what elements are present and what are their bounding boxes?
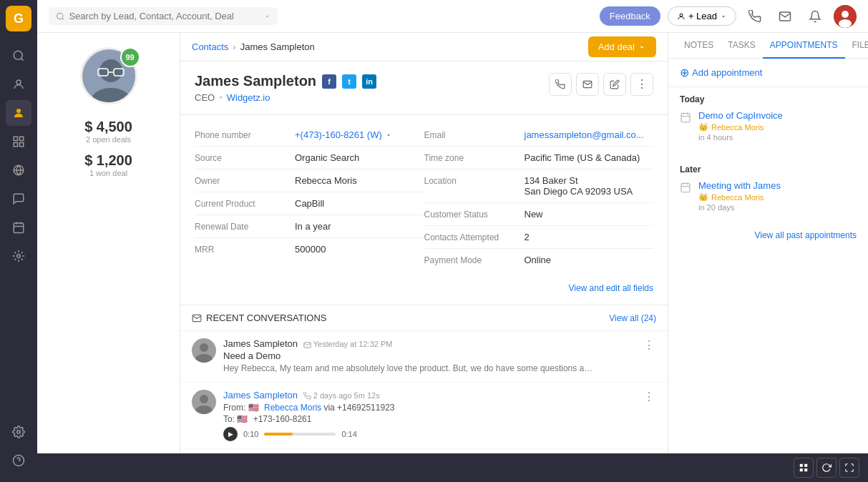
sidebar-item-chat[interactable] — [6, 186, 31, 212]
phone-value[interactable]: +(473)-160-8261 (W) — [295, 129, 392, 140]
add-deal-label: Add deal — [598, 41, 635, 52]
svg-point-27 — [200, 395, 208, 403]
conversation-item: James Sampleton Yesterday at 12:32 PM Ne… — [180, 331, 668, 383]
audio-progress-fill — [264, 433, 293, 436]
email-action-button[interactable] — [576, 73, 599, 96]
appt-person-name-2: Rebecca Moris — [711, 193, 764, 202]
sidebar-item-calendar[interactable] — [6, 215, 31, 240]
twitter-icon[interactable]: t — [342, 74, 356, 89]
email-conv-icon-1 — [303, 341, 311, 349]
tab-files[interactable]: FILES — [845, 33, 869, 59]
breadcrumb-parent[interactable]: Contacts — [192, 41, 228, 52]
conversations-section: RECENT CONVERSATIONS View all (24) James… — [180, 305, 668, 453]
sidebar-item-active-user[interactable] — [6, 100, 31, 126]
add-appointment-button[interactable]: ⊕ Add appointment — [668, 59, 868, 87]
won-deal-label: 1 won deal — [84, 169, 132, 177]
renewal-value: In a year — [295, 221, 331, 232]
more-action-button[interactable]: ⋮ — [630, 73, 653, 96]
call-detail-to: To: 🇺🇸 +173-160-8261 — [223, 414, 635, 424]
conversation-item-call: James Sampleton 2 days ago 5m 12s From: … — [180, 383, 668, 449]
conv-sender-2: James Sampleton — [223, 390, 298, 400]
conv-sender-row-2: James Sampleton 2 days ago 5m 12s — [223, 390, 635, 400]
search-input[interactable] — [69, 11, 260, 21]
email-label: Email — [424, 129, 525, 140]
appt-title-2[interactable]: Meeting with James — [698, 180, 857, 191]
sidebar-item-integrations[interactable] — [6, 243, 31, 269]
view-all-conversations[interactable]: View all (24) — [609, 313, 656, 323]
payment-mode-value: Online — [525, 255, 552, 265]
conv-time-1: Yesterday at 12:32 PM — [303, 340, 393, 348]
crown-icon-appt-2: 👑 — [698, 192, 708, 202]
conv-more-2[interactable]: ⋮ — [642, 390, 656, 403]
field-source: Source Organic Search — [195, 147, 424, 169]
field-payment-mode: Payment Mode Online — [424, 249, 654, 271]
phone-icon-button[interactable] — [743, 5, 766, 28]
payment-mode-label: Payment Mode — [424, 255, 525, 265]
sidebar-item-settings[interactable] — [6, 419, 31, 445]
play-button[interactable]: ▶ — [223, 427, 238, 441]
facebook-icon[interactable]: f — [322, 74, 336, 89]
svg-point-0 — [14, 51, 22, 59]
sidebar-item-help[interactable] — [6, 448, 31, 473]
conv-body-1: James Sampleton Yesterday at 12:32 PM Ne… — [223, 338, 635, 375]
contact-name-row: James Sampleton f t in — [195, 73, 376, 89]
call-action-button[interactable] — [549, 73, 572, 96]
search-bar[interactable] — [49, 7, 278, 25]
source-label: Source — [195, 152, 295, 163]
app-logo[interactable]: G — [6, 6, 31, 31]
breadcrumb-separator: › — [233, 41, 235, 52]
linkedin-icon[interactable]: in — [362, 74, 376, 89]
contact-title: CEO — [195, 92, 215, 103]
notification-icon-button[interactable] — [804, 5, 826, 28]
fullscreen-button[interactable] — [839, 458, 859, 478]
conv-more-1[interactable]: ⋮ — [642, 338, 656, 352]
contact-header: James Sampleton f t in CEO • Widgetz.io — [180, 62, 668, 115]
sidebar-item-contacts[interactable] — [6, 72, 31, 97]
tab-appointments[interactable]: APPOINTMENTS — [763, 33, 845, 59]
svg-point-15 — [842, 11, 849, 18]
email-value[interactable]: jamessampleton@gmail.co... — [525, 129, 644, 140]
field-product: Current Product CapBill — [195, 192, 424, 215]
location-value: 134 Baker St San Diego CA 92093 USA — [525, 175, 633, 197]
phone-dropdown-icon[interactable] — [385, 132, 392, 139]
sidebar-item-globe[interactable] — [6, 157, 31, 183]
view-edit-link[interactable]: View and edit all fields — [568, 283, 653, 293]
today-label: Today — [680, 94, 857, 104]
sidebar-item-search[interactable] — [6, 43, 31, 69]
contact-title-row: CEO • Widgetz.io — [195, 92, 376, 103]
won-deal-amount: $ 1,200 — [84, 152, 132, 169]
contact-header-row: James Sampleton f t in CEO • Widgetz.io — [195, 73, 653, 103]
view-past-appointments[interactable]: View all past appointments — [668, 227, 868, 243]
feedback-button[interactable]: Feedback — [600, 6, 660, 26]
phone-number: +(473)-160-8261 (W) — [295, 129, 382, 140]
contacts-attempted-value: 2 — [525, 232, 530, 242]
contact-name: James Sampleton — [195, 73, 316, 89]
open-deals-label: 2 open deals — [84, 135, 132, 144]
sidebar-item-deals[interactable] — [6, 129, 31, 154]
breadcrumb-current: James Sampleton — [240, 41, 315, 52]
source-value: Organic Search — [295, 152, 359, 163]
tab-notes[interactable]: NOTES — [677, 33, 721, 59]
tab-tasks[interactable]: TASKS — [721, 33, 762, 59]
user-avatar[interactable] — [834, 5, 857, 28]
location-label: Location — [424, 175, 525, 186]
mid-panel: Contacts › James Sampleton Add deal Jame… — [180, 33, 668, 453]
add-deal-button[interactable]: Add deal — [588, 36, 656, 57]
grid-view-button[interactable] — [794, 458, 814, 478]
add-lead-button[interactable]: + Lead — [668, 6, 736, 26]
search-dropdown-icon[interactable] — [264, 13, 270, 20]
owner-label: Owner — [195, 175, 295, 186]
company-link[interactable]: Widgetz.io — [227, 92, 270, 103]
appt-title-1[interactable]: Demo of CapInvoice — [698, 110, 857, 121]
svg-rect-35 — [804, 464, 807, 467]
audio-time-end: 0:14 — [341, 430, 356, 438]
right-tabs: NOTES TASKS APPOINTMENTS FILES — [668, 33, 868, 59]
add-lead-label: + Lead — [688, 11, 717, 21]
refresh-button[interactable] — [816, 458, 837, 478]
dropdown-icon[interactable] — [720, 13, 727, 20]
left-stat-panel: 99 $ 4,500 2 open deals $ 1,200 1 won de… — [37, 33, 180, 453]
email-icon-button[interactable] — [774, 5, 796, 28]
field-phone: Phone number +(473)-160-8261 (W) — [195, 124, 424, 147]
edit-action-button[interactable] — [603, 73, 626, 96]
audio-progress-bar[interactable] — [264, 433, 336, 436]
